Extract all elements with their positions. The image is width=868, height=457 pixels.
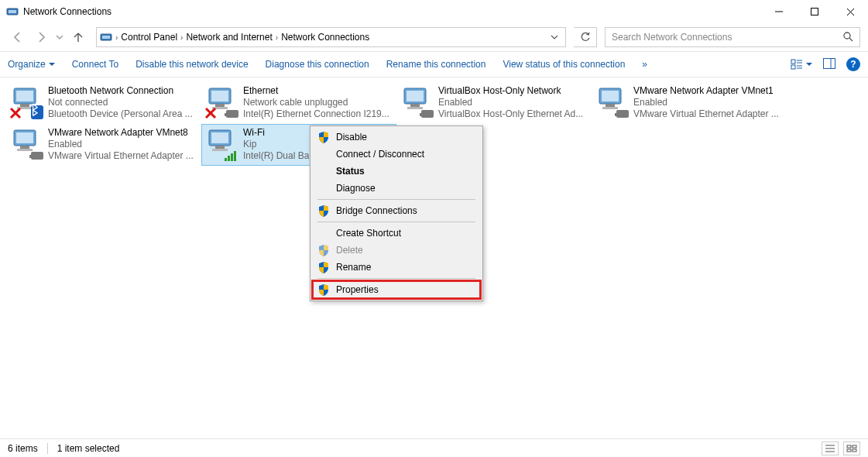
svg-rect-38 (420, 113, 423, 116)
svg-rect-3 (811, 9, 818, 15)
connection-item[interactable]: VMware Network Adapter VMnet8EnabledVMwa… (6, 124, 201, 166)
connection-name: VirtualBox Host-Only Network (438, 85, 583, 97)
ctx-status[interactable]: Status (313, 163, 480, 180)
svg-rect-35 (410, 104, 420, 107)
connection-status: Enabled (48, 139, 194, 150)
more-commands-button[interactable]: » (642, 59, 647, 70)
connection-device: Intel(R) Dual Ba (243, 150, 309, 162)
title-bar: Network Connections (0, 0, 868, 23)
svg-rect-56 (228, 156, 230, 161)
network-adapter-icon (400, 85, 434, 119)
ctx-create-shortcut[interactable]: Create Shortcut (313, 225, 480, 242)
nav-forward-button[interactable] (31, 27, 51, 47)
shield-icon (317, 204, 330, 217)
svg-rect-46 (16, 132, 33, 143)
shield-icon (317, 261, 330, 273)
context-menu: Disable Connect / Disconnect Status Diag… (310, 125, 483, 301)
ctx-disable[interactable]: Disable (313, 129, 480, 146)
command-bar: Organize Connect To Disable this network… (0, 51, 868, 77)
connection-item[interactable]: EthernetNetwork cable unpluggedIntel(R) … (201, 82, 396, 124)
svg-rect-65 (853, 449, 856, 452)
svg-rect-53 (215, 146, 225, 149)
preview-pane-button[interactable] (823, 58, 835, 71)
network-adapter-icon (9, 85, 43, 119)
connection-name: Bluetooth Network Connection (48, 85, 193, 97)
svg-line-9 (849, 38, 853, 41)
connection-device: Bluetooth Device (Personal Area ... (48, 108, 193, 120)
svg-rect-26 (211, 91, 228, 101)
breadcrumb-seg-1[interactable]: Network and Internet (183, 32, 275, 43)
svg-rect-29 (226, 110, 238, 118)
ctx-separator (317, 222, 475, 222)
ctx-properties[interactable]: Properties (313, 281, 480, 298)
large-icons-view-button[interactable] (843, 442, 860, 455)
svg-rect-64 (847, 449, 851, 452)
ctx-separator (317, 278, 475, 279)
address-bar: › Control Panel › Network and Internet ›… (0, 23, 868, 51)
connection-status: Enabled (438, 97, 583, 108)
diagnose-button[interactable]: Diagnose this connection (266, 59, 369, 70)
window-title: Network Connections (23, 6, 112, 17)
shield-icon (317, 244, 330, 256)
connection-name: Ethernet (243, 85, 389, 97)
connection-item[interactable]: VirtualBox Host-Only NetworkEnabledVirtu… (396, 82, 592, 124)
svg-rect-20 (20, 104, 29, 107)
svg-rect-7 (102, 36, 110, 39)
svg-rect-16 (824, 58, 835, 68)
svg-rect-10 (791, 60, 795, 64)
svg-rect-58 (234, 151, 236, 161)
breadcrumb-root-icon (100, 30, 112, 45)
status-selection: 1 item selected (57, 443, 120, 454)
breadcrumb-dropdown[interactable] (544, 33, 565, 41)
connection-item[interactable]: Bluetooth Network ConnectionNot connecte… (6, 82, 201, 124)
connection-device: Intel(R) Ethernet Connection I219... (243, 108, 389, 120)
nav-up-button[interactable] (68, 27, 88, 47)
shield-icon (317, 283, 330, 296)
help-button[interactable]: ? (846, 57, 860, 71)
view-status-button[interactable]: View status of this connection (503, 59, 625, 70)
svg-rect-42 (602, 107, 618, 109)
close-button[interactable] (832, 0, 868, 23)
connection-name: Wi-Fi (243, 127, 309, 139)
connection-status: Kip (243, 139, 309, 150)
nav-back-button[interactable] (8, 27, 28, 47)
svg-rect-49 (31, 152, 43, 160)
connection-device: VMware Virtual Ethernet Adapter ... (633, 108, 779, 120)
breadcrumb[interactable]: › Control Panel › Network and Internet ›… (96, 27, 566, 47)
ctx-rename[interactable]: Rename (313, 259, 480, 276)
view-options-button[interactable] (791, 59, 812, 70)
connection-name: VMware Network Adapter VMnet8 (48, 127, 194, 139)
disable-device-button[interactable]: Disable this network device (136, 59, 248, 70)
svg-rect-54 (212, 149, 228, 151)
ctx-bridge[interactable]: Bridge Connections (313, 202, 480, 219)
nav-recent-button[interactable] (54, 27, 65, 47)
connect-to-button[interactable]: Connect To (72, 59, 119, 70)
svg-rect-43 (616, 110, 629, 118)
breadcrumb-seg-2[interactable]: Network Connections (278, 32, 372, 43)
svg-rect-19 (16, 91, 33, 101)
connection-status: Not connected (48, 97, 193, 108)
details-view-button[interactable] (822, 442, 839, 455)
network-adapter-icon (9, 127, 43, 161)
svg-rect-27 (215, 104, 225, 107)
ctx-diagnose[interactable]: Diagnose (313, 180, 480, 197)
search-input[interactable]: Search Network Connections (605, 27, 860, 47)
connection-item[interactable]: VMware Network Adapter VMnet1EnabledVMwa… (592, 82, 787, 124)
refresh-button[interactable] (574, 27, 597, 47)
maximize-button[interactable] (797, 0, 832, 23)
svg-rect-41 (606, 104, 615, 107)
svg-point-8 (844, 33, 850, 39)
connection-device: VirtualBox Host-Only Ethernet Ad... (438, 108, 583, 120)
ctx-connect-disconnect[interactable]: Connect / Disconnect (313, 146, 480, 163)
network-adapter-icon (204, 85, 238, 119)
organize-button[interactable]: Organize (8, 59, 55, 70)
svg-rect-63 (853, 445, 856, 448)
svg-rect-52 (211, 132, 228, 143)
content-area: Bluetooth Network ConnectionNot connecte… (0, 77, 868, 438)
svg-rect-1 (9, 10, 16, 13)
breadcrumb-seg-0[interactable]: Control Panel (118, 32, 180, 43)
connection-status: Network cable unplugged (243, 97, 389, 108)
rename-button[interactable]: Rename this connection (386, 59, 486, 70)
minimize-button[interactable] (761, 0, 797, 23)
network-adapter-icon (595, 85, 629, 119)
